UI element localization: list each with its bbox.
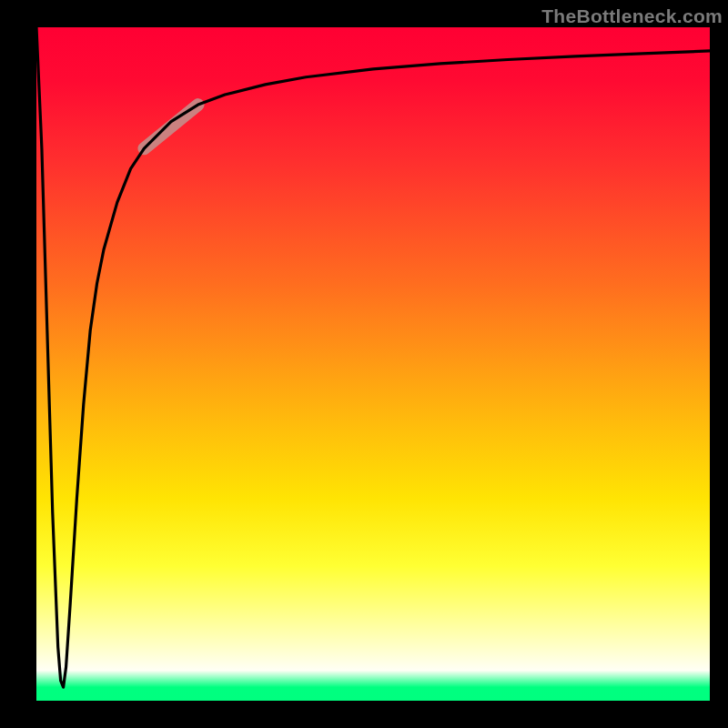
- bottleneck-curve: [36, 27, 710, 687]
- curve-layer: [36, 27, 710, 701]
- plot-area: [36, 27, 710, 701]
- chart-frame: TheBottleneck.com: [0, 0, 728, 728]
- watermark-text: TheBottleneck.com: [541, 5, 723, 27]
